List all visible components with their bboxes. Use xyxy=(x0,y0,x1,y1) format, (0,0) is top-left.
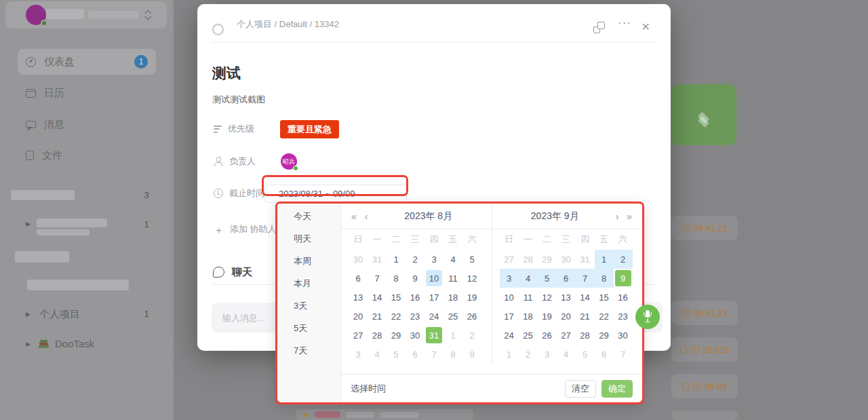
day-cell[interactable]: 16 xyxy=(614,288,633,307)
day-cell[interactable]: 5 xyxy=(538,269,557,288)
tab-chat[interactable]: 聊天 xyxy=(213,265,252,280)
day-cell[interactable]: 3 xyxy=(425,250,443,269)
day-cell[interactable]: 3 xyxy=(538,345,557,364)
task-time-row[interactable]: 09-09 xyxy=(671,374,738,398)
day-cell[interactable]: 7 xyxy=(576,269,595,288)
day-cell[interactable]: 27 xyxy=(500,250,519,269)
day-cell[interactable]: 6 xyxy=(557,269,576,288)
caret-icon[interactable]: ▶ xyxy=(26,221,31,227)
sidebar-item-dashboard[interactable]: 仪表盘 1 xyxy=(18,49,156,75)
day-cell[interactable]: 3 xyxy=(349,345,368,364)
day-cell[interactable]: 20 xyxy=(349,307,368,326)
shortcut-item[interactable]: 5天 xyxy=(277,317,340,339)
next-year-icon[interactable]: » xyxy=(623,211,635,222)
day-cell[interactable]: 17 xyxy=(500,307,519,326)
day-cell[interactable]: 5 xyxy=(387,345,406,364)
day-cell[interactable]: 21 xyxy=(576,307,595,326)
day-cell[interactable]: 9 xyxy=(462,345,481,364)
day-cell[interactable]: 1 xyxy=(500,345,519,364)
day-cell[interactable]: 9 xyxy=(614,269,633,288)
task-time-row[interactable]: 09:41:21 xyxy=(671,301,738,325)
task-title[interactable]: 测试 xyxy=(212,64,241,83)
day-cell[interactable]: 23 xyxy=(406,307,425,326)
copy-icon[interactable] xyxy=(593,22,605,33)
breadcrumb[interactable]: 个人项目 / Default / 13342 xyxy=(237,4,339,45)
day-cell[interactable]: 19 xyxy=(538,307,557,326)
day-cell[interactable]: 25 xyxy=(519,326,538,345)
user-card[interactable] xyxy=(5,1,167,28)
month-title[interactable]: 2023年 9月 xyxy=(499,210,612,223)
day-cell[interactable]: 21 xyxy=(368,307,387,326)
month-title[interactable]: 2023年 8月 xyxy=(372,210,485,223)
board-column-card[interactable] xyxy=(671,84,736,145)
day-cell[interactable]: 12 xyxy=(462,269,481,288)
day-cell[interactable]: 4 xyxy=(368,345,387,364)
day-cell[interactable]: 6 xyxy=(349,269,368,288)
day-cell[interactable]: 17 xyxy=(425,288,443,307)
day-cell[interactable]: 12 xyxy=(538,288,557,307)
day-cell[interactable]: 9 xyxy=(406,269,425,288)
day-cell[interactable]: 8 xyxy=(387,269,406,288)
day-cell[interactable]: 11 xyxy=(443,269,462,288)
priority-badge[interactable]: 重要且紧急 xyxy=(280,120,339,138)
day-cell[interactable]: 15 xyxy=(595,288,614,307)
day-cell[interactable]: 5 xyxy=(462,250,481,269)
next-month-icon[interactable]: › xyxy=(611,211,623,222)
clear-button[interactable]: 清空 xyxy=(565,380,596,398)
shortcut-item[interactable]: 本月 xyxy=(277,272,340,294)
voice-record-button[interactable] xyxy=(635,305,660,329)
select-time-link[interactable]: 选择时间 xyxy=(351,383,386,395)
day-cell[interactable]: 23 xyxy=(614,307,633,326)
day-cell[interactable]: 27 xyxy=(557,326,576,345)
task-time-row[interactable]: 09:41:21 xyxy=(671,216,738,240)
day-cell[interactable]: 31 xyxy=(576,250,595,269)
day-cell[interactable]: 13 xyxy=(557,288,576,307)
day-cell[interactable]: 4 xyxy=(443,250,462,269)
day-cell[interactable]: 2 xyxy=(519,345,538,364)
add-collaborator-button[interactable]: ＋ 添加 协助人员 xyxy=(214,221,285,237)
day-cell[interactable]: 14 xyxy=(576,288,595,307)
day-cell[interactable]: 14 xyxy=(368,288,387,307)
task-row-partial[interactable]: ★ xyxy=(296,409,473,420)
day-cell[interactable]: 24 xyxy=(500,326,519,345)
day-cell[interactable]: 31 xyxy=(425,326,443,345)
day-cell[interactable]: 28 xyxy=(519,250,538,269)
day-cell[interactable]: 6 xyxy=(595,345,614,364)
shortcut-item[interactable]: 7天 xyxy=(277,339,340,362)
day-cell[interactable]: 3 xyxy=(500,269,519,288)
day-cell[interactable]: 24 xyxy=(425,307,443,326)
day-cell[interactable]: 26 xyxy=(538,326,557,345)
day-cell[interactable]: 8 xyxy=(443,345,462,364)
day-cell[interactable]: 30 xyxy=(557,250,576,269)
day-cell[interactable]: 26 xyxy=(462,307,481,326)
sidebar-item-calendar[interactable]: 日历 xyxy=(18,80,156,106)
day-cell[interactable]: 30 xyxy=(406,326,425,345)
task-time-row[interactable]: 2d,01h xyxy=(671,337,738,362)
shortcut-item[interactable]: 本周 xyxy=(277,250,340,272)
day-cell[interactable]: 1 xyxy=(595,250,614,269)
day-cell[interactable]: 11 xyxy=(519,288,538,307)
sidebar-item-files[interactable]: 文件 xyxy=(18,142,156,168)
prev-month-icon[interactable]: ‹ xyxy=(360,211,372,222)
close-icon[interactable]: × xyxy=(642,19,650,33)
day-cell[interactable]: 29 xyxy=(595,326,614,345)
shortcut-item[interactable]: 今天 xyxy=(277,205,340,227)
prev-year-icon[interactable]: « xyxy=(348,211,360,222)
day-cell[interactable]: 18 xyxy=(519,307,538,326)
day-cell[interactable]: 30 xyxy=(614,326,633,345)
day-cell[interactable]: 2 xyxy=(406,250,425,269)
assignee-avatar[interactable]: 昭兵 xyxy=(281,153,297,170)
day-cell[interactable]: 7 xyxy=(614,345,633,364)
day-cell[interactable]: 7 xyxy=(368,269,387,288)
day-cell[interactable]: 28 xyxy=(576,326,595,345)
task-time-row[interactable] xyxy=(671,411,738,420)
more-menu-icon[interactable]: ··· xyxy=(618,16,631,30)
day-cell[interactable]: 20 xyxy=(557,307,576,326)
day-cell[interactable]: 30 xyxy=(349,250,368,269)
day-cell[interactable]: 22 xyxy=(387,307,406,326)
day-cell[interactable]: 19 xyxy=(462,288,481,307)
day-cell[interactable]: 13 xyxy=(349,288,368,307)
day-cell[interactable]: 29 xyxy=(387,326,406,345)
confirm-button[interactable]: 确定 xyxy=(601,380,633,398)
day-cell[interactable]: 7 xyxy=(425,345,443,364)
